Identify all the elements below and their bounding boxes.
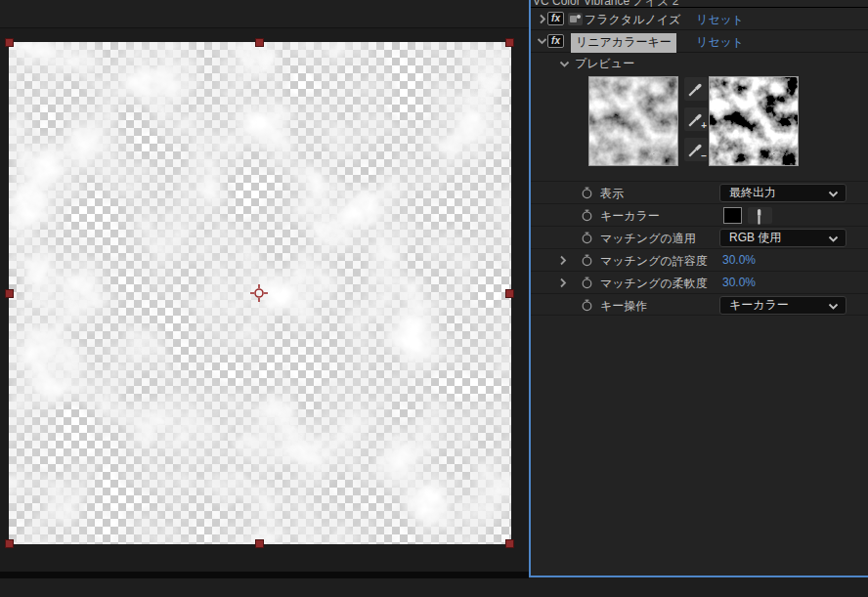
layer-handle-bottom-center[interactable]: [255, 539, 264, 548]
effect-plugin-icon: [568, 13, 583, 25]
effect-row-linear-color-key[interactable]: fx リニアカラーキー リセット: [531, 30, 868, 53]
key-color-swatch[interactable]: [723, 207, 742, 224]
chevron-down-icon: [828, 191, 839, 198]
plus-sign: +: [701, 120, 707, 131]
reset-link[interactable]: リセット: [696, 12, 744, 28]
stopwatch-icon[interactable]: [581, 187, 593, 199]
fx-toggle-icon[interactable]: fx: [547, 34, 564, 48]
preview-thumbnail-matte: [709, 76, 799, 166]
layer-handle-middle-left[interactable]: [5, 289, 14, 298]
after-effects-window: VC Color Vibrance ノイズ 2 fx フラクタルノイズ リセット…: [0, 0, 868, 597]
param-row-key-operation: キー操作 キーカラー: [531, 293, 868, 316]
panel-divider: [0, 572, 529, 578]
minus-sign: −: [701, 150, 707, 161]
key-operation-dropdown-value: キーカラー: [729, 298, 789, 312]
param-label: マッチングの許容度: [600, 253, 708, 270]
bottom-panel-strip: [0, 578, 868, 597]
param-label: キー操作: [600, 298, 647, 315]
add-to-key-eyedropper-button[interactable]: +: [684, 107, 708, 131]
param-label: キーカラー: [600, 208, 660, 225]
layer-handle-middle-right[interactable]: [505, 289, 514, 298]
chevron-right-icon[interactable]: [559, 255, 568, 266]
layer-handle-top-left[interactable]: [5, 38, 14, 47]
key-color-eyedropper-button[interactable]: [684, 77, 708, 101]
stopwatch-icon[interactable]: [581, 232, 593, 244]
param-row-tolerance: マッチングの許容度 30.0%: [531, 248, 868, 271]
layer-handle-bottom-right[interactable]: [505, 539, 514, 548]
param-row-softness: マッチングの柔軟度 30.0%: [531, 271, 868, 293]
fx-toggle-icon[interactable]: fx: [547, 12, 564, 25]
chevron-right-icon[interactable]: [538, 14, 547, 24]
layer-handle-top-center[interactable]: [255, 38, 264, 47]
effect-name-selected[interactable]: リニアカラーキー: [571, 33, 676, 53]
view-dropdown[interactable]: 最終出力: [719, 184, 846, 202]
softness-value[interactable]: 30.0%: [722, 276, 756, 289]
param-label: マッチングの柔軟度: [600, 276, 708, 292]
eyedropper-icon: [747, 203, 770, 227]
stopwatch-icon[interactable]: [581, 299, 593, 312]
layer-handle-bottom-left[interactable]: [5, 539, 14, 548]
panel-title-partial: VC Color Vibrance ノイズ 2: [533, 0, 868, 8]
layer-handle-top-right[interactable]: [505, 38, 514, 47]
remove-from-key-eyedropper-button[interactable]: −: [684, 138, 708, 161]
chevron-down-icon: [828, 303, 839, 311]
match-mode-dropdown-value: RGB 使用: [729, 231, 781, 244]
eyedropper-icon: [687, 80, 705, 98]
param-row-view: 表示 最終出力: [531, 181, 868, 203]
stopwatch-icon[interactable]: [581, 277, 593, 289]
composition-viewer: [0, 0, 529, 572]
chevron-down-icon: [828, 235, 839, 243]
param-label: マッチングの適用: [600, 231, 696, 247]
preview-group-row[interactable]: プレビュー: [531, 53, 868, 74]
effect-name[interactable]: フラクタルノイズ: [585, 12, 680, 28]
preview-thumbnails-block: + −: [531, 74, 868, 181]
effect-row-fractal-noise[interactable]: fx フラクタルノイズ リセット: [531, 8, 868, 30]
param-row-key-color: キーカラー: [531, 203, 868, 226]
panel-header-clipped: VC Color Vibrance ノイズ 2: [531, 0, 868, 8]
key-color-eyedropper-button[interactable]: [748, 207, 772, 224]
layer-anchor-point-icon[interactable]: [249, 283, 269, 303]
effect-controls-panel: VC Color Vibrance ノイズ 2 fx フラクタルノイズ リセット…: [529, 0, 868, 577]
chevron-down-icon[interactable]: [537, 36, 547, 46]
reset-link[interactable]: リセット: [696, 34, 744, 51]
tolerance-value[interactable]: 30.0%: [722, 253, 756, 267]
param-row-match-mode: マッチングの適用 RGB 使用: [531, 226, 868, 248]
stopwatch-icon[interactable]: [581, 209, 593, 222]
view-dropdown-value: 最終出力: [729, 186, 776, 199]
chevron-down-icon[interactable]: [559, 60, 570, 69]
key-operation-dropdown[interactable]: キーカラー: [719, 296, 846, 315]
match-mode-dropdown[interactable]: RGB 使用: [719, 229, 846, 247]
param-label: 表示: [600, 186, 624, 202]
preview-thumbnail-source: [588, 76, 678, 166]
viewer-top-strip: [0, 0, 529, 28]
stopwatch-icon[interactable]: [581, 254, 593, 267]
chevron-right-icon[interactable]: [559, 277, 568, 288]
preview-group-label: プレビュー: [575, 56, 634, 72]
